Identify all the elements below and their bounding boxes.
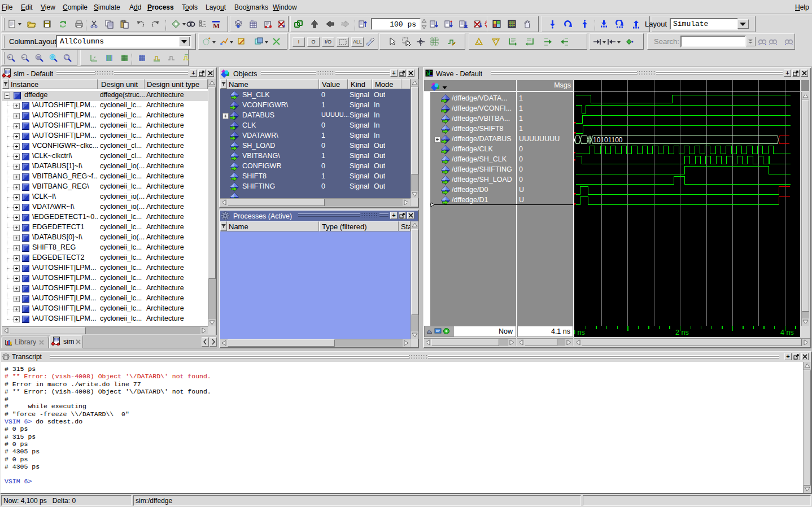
svg-text:4 ns: 4 ns: [780, 329, 794, 336]
svg-text:+: +: [8, 55, 11, 60]
svg-text:−: −: [22, 55, 25, 60]
svg-text:2 ns: 2 ns: [675, 329, 689, 336]
svg-text:M: M: [213, 21, 220, 29]
svg-text:10101100: 10101100: [593, 136, 623, 144]
svg-text:0 ns: 0 ns: [574, 329, 585, 336]
